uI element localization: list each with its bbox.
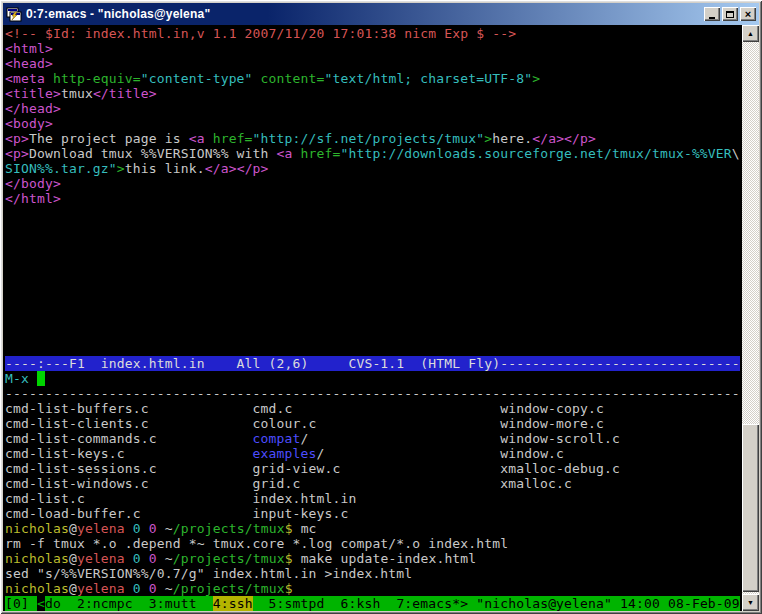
empty-line [5, 251, 742, 266]
empty-line [5, 221, 742, 236]
emacs-code-line: </head> [5, 101, 742, 116]
shell-output-line: sed "s/%%VERSION%%/0.7/g" index.html.in … [5, 566, 742, 581]
emacs-modeline: ----:---F1 index.html.in All (2,6) CVS-1… [5, 356, 740, 371]
minimize-button[interactable] [704, 7, 720, 21]
scroll-down-icon: ▼ [747, 599, 754, 606]
scrollbar-down-button[interactable]: ▼ [742, 594, 759, 611]
shell-prompt-line: nicholas@yelena 0 0 ~/projects/tmux$ mak… [5, 551, 742, 566]
shell-prompt-line: nicholas@yelena 0 0 ~/projects/tmux$ [5, 581, 742, 596]
empty-line [5, 281, 742, 296]
emacs-code-line: <p>Download tmux %%VERSION%% with <a hre… [5, 146, 742, 161]
shell-ls-line: cmd-list-clients.c colour.c window-more.… [5, 416, 742, 431]
close-icon: × [745, 9, 751, 20]
emacs-code-line: <body> [5, 116, 742, 131]
scrollbar-up-button[interactable]: ▲ [742, 25, 759, 42]
emacs-code-line: <title>tmux</title> [5, 86, 742, 101]
scrollbar-track[interactable] [742, 42, 759, 594]
putty-icon [6, 6, 22, 22]
shell-ls-line: cmd-list-sessions.c grid-view.c xmalloc-… [5, 461, 742, 476]
window-title: 0:7:emacs - "nicholas@yelena" [26, 7, 704, 21]
shell-ls-line: cmd-list-windows.c grid.c xmalloc.c [5, 476, 742, 491]
emacs-code-line: <meta http-equiv="content-type" content=… [5, 71, 742, 86]
terminal[interactable]: <!-- $Id: index.html.in,v 1.1 2007/11/20… [3, 25, 742, 611]
emacs-code-line: <html> [5, 41, 742, 56]
tmux-pane-separator: ----------------------------------------… [5, 386, 742, 401]
maximize-button[interactable] [722, 7, 738, 21]
emacs-comment-line: <!-- $Id: index.html.in,v 1.1 2007/11/20… [5, 26, 742, 41]
scrollbar[interactable]: ▲ ▼ [742, 25, 759, 611]
shell-ls-line: cmd-list-buffers.c cmd.c window-copy.c [5, 401, 742, 416]
emacs-code-line: <head> [5, 56, 742, 71]
scrollbar-thumb[interactable] [742, 424, 759, 592]
empty-line [5, 341, 742, 356]
empty-line [5, 326, 742, 341]
titlebar[interactable]: 0:7:emacs - "nicholas@yelena" × [3, 3, 759, 25]
empty-line [5, 236, 742, 251]
emacs-code-line: SION%%.tar.gz">this link.</a></p> [5, 161, 742, 176]
scroll-up-icon: ▲ [747, 30, 754, 37]
putty-window: 0:7:emacs - "nicholas@yelena" × <!-- $Id… [0, 0, 762, 614]
emacs-code-line: <p>The project page is <a href="http://s… [5, 131, 742, 146]
shell-output-line: rm -f tmux *.o .depend *~ tmux.core *.lo… [5, 536, 742, 551]
empty-line [5, 296, 742, 311]
minimize-icon [709, 17, 715, 19]
empty-line [5, 206, 742, 221]
maximize-icon [726, 11, 734, 18]
shell-ls-line: cmd-list-keys.c examples/ window.c [5, 446, 742, 461]
shell-ls-line: cmd-list-commands.c compat/ window-scrol… [5, 431, 742, 446]
emacs-code-line: </html> [5, 191, 742, 206]
close-button[interactable]: × [740, 7, 756, 21]
shell-ls-line: cmd-load-buffer.c input-keys.c [5, 506, 742, 521]
shell-ls-line: cmd-list.c index.html.in [5, 491, 742, 506]
emacs-minibuffer: M-x [5, 371, 742, 386]
tmux-status-bar: [0] <do 2:ncmpc 3:mutt 4:ssh 5:smtpd 6:k… [5, 596, 740, 611]
emacs-code-line: </body> [5, 176, 742, 191]
empty-line [5, 311, 742, 326]
shell-prompt-line: nicholas@yelena 0 0 ~/projects/tmux$ mc [5, 521, 742, 536]
empty-line [5, 266, 742, 281]
